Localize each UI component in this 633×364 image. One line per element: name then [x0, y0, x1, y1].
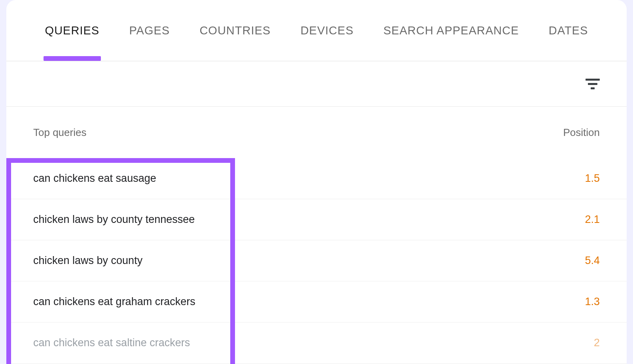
table-body: can chickens eat sausage 1.5 chicken law… — [6, 158, 627, 364]
filter-icon[interactable] — [586, 77, 600, 91]
tab-queries[interactable]: QUERIES — [44, 20, 101, 41]
performance-card: QUERIES PAGES COUNTRIES DEVICES SEARCH A… — [6, 0, 627, 364]
column-header-position[interactable]: Position — [563, 126, 600, 139]
tab-devices[interactable]: DEVICES — [299, 20, 355, 41]
table-header: Top queries Position — [6, 107, 627, 158]
position-value: 1.5 — [585, 172, 600, 185]
table-row[interactable]: can chickens eat saltine crackers 2 — [6, 323, 627, 364]
tabs-bar: QUERIES PAGES COUNTRIES DEVICES SEARCH A… — [6, 0, 627, 61]
table-row[interactable]: can chickens eat graham crackers 1.3 — [6, 281, 627, 323]
tab-search-appearance[interactable]: SEARCH APPEARANCE — [382, 20, 521, 41]
query-text: chicken laws by county tennessee — [33, 213, 195, 226]
table-row[interactable]: can chickens eat sausage 1.5 — [6, 158, 627, 199]
position-value: 2 — [594, 337, 600, 349]
query-text: chicken laws by county — [33, 255, 142, 267]
filter-bar — [6, 61, 627, 107]
table-row[interactable]: chicken laws by county 5.4 — [6, 240, 627, 281]
column-header-queries[interactable]: Top queries — [33, 126, 86, 139]
query-text: can chickens eat saltine crackers — [33, 337, 190, 349]
query-text: can chickens eat graham crackers — [33, 296, 195, 308]
table-row[interactable]: chicken laws by county tennessee 2.1 — [6, 199, 627, 240]
position-value: 2.1 — [585, 213, 600, 226]
position-value: 1.3 — [585, 296, 600, 308]
tab-dates[interactable]: DATES — [547, 20, 590, 41]
position-value: 5.4 — [585, 255, 600, 267]
tab-pages[interactable]: PAGES — [127, 20, 171, 41]
tab-countries[interactable]: COUNTRIES — [198, 20, 272, 41]
query-text: can chickens eat sausage — [33, 172, 156, 185]
